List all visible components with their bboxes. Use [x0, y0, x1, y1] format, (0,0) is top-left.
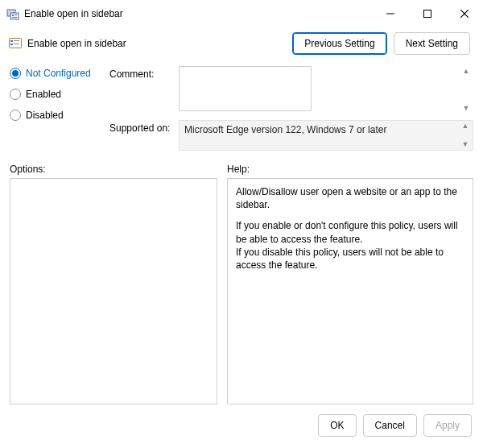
- scroll-arrows: ▲ ▼: [460, 122, 471, 148]
- help-text-line: If you disable this policy, users will n…: [236, 246, 464, 272]
- supported-label: Supported on:: [109, 120, 172, 151]
- apply-button[interactable]: Apply: [423, 414, 472, 437]
- radio-not-configured[interactable]: Not Configured: [10, 68, 100, 79]
- state-radio-group: Not Configured Enabled Disabled: [10, 66, 100, 151]
- options-panel: [10, 178, 217, 404]
- svg-rect-3: [14, 15, 17, 15]
- window-title: Enable open in sidebar: [24, 8, 372, 19]
- config-row: Not Configured Enabled Disabled Comment:…: [0, 63, 483, 152]
- nav-buttons: Previous Setting Next Setting: [292, 32, 470, 55]
- next-setting-button[interactable]: Next Setting: [394, 32, 470, 55]
- radio-label: Enabled: [26, 89, 61, 100]
- window-controls: [372, 0, 483, 27]
- right-column: Comment: ▲ ▼ Supported on: Microsoft Edg…: [109, 66, 473, 151]
- svg-rect-6: [424, 10, 431, 18]
- radio-disabled[interactable]: Disabled: [10, 110, 100, 121]
- svg-rect-10: [10, 40, 13, 42]
- close-button[interactable]: [446, 0, 483, 27]
- scroll-down-icon[interactable]: ▼: [460, 105, 472, 112]
- scroll-up-icon[interactable]: ▲: [460, 68, 472, 75]
- cancel-button[interactable]: Cancel: [363, 414, 417, 437]
- radio-label: Not Configured: [26, 68, 91, 79]
- supported-on-box: Microsoft Edge version 122, Windows 7 or…: [179, 120, 473, 151]
- radio-dot-icon: [10, 110, 21, 121]
- scroll-up-icon[interactable]: ▲: [460, 122, 471, 130]
- svg-rect-13: [14, 44, 19, 44]
- scroll-arrows: ▲ ▼: [460, 68, 472, 112]
- footer: OK Cancel Apply: [0, 404, 483, 448]
- comment-label: Comment:: [109, 66, 172, 114]
- previous-setting-button[interactable]: Previous Setting: [292, 32, 386, 55]
- subheader: Enable open in sidebar Previous Setting …: [0, 27, 483, 63]
- ok-button[interactable]: OK: [318, 414, 356, 437]
- help-text-line: Allow/Disallow user open a website or an…: [236, 185, 464, 211]
- svg-rect-2: [12, 15, 14, 16]
- scroll-down-icon[interactable]: ▼: [460, 141, 471, 148]
- titlebar: Enable open in sidebar: [0, 0, 483, 27]
- radio-label: Disabled: [26, 110, 64, 121]
- svg-rect-12: [10, 44, 13, 45]
- help-panel: Allow/Disallow user open a website or an…: [227, 178, 473, 404]
- policy-dialog: Enable open in sidebar Enable open in si…: [0, 0, 483, 448]
- svg-rect-4: [12, 17, 17, 18]
- panels-row: Allow/Disallow user open a website or an…: [0, 178, 483, 404]
- supported-on-text: Microsoft Edge version 122, Windows 7 or…: [184, 124, 386, 135]
- comment-field: Comment: ▲ ▼: [109, 66, 473, 114]
- panel-labels: Options: Help:: [0, 152, 483, 178]
- minimize-button[interactable]: [372, 0, 409, 27]
- policy-icon: [8, 36, 23, 51]
- radio-enabled[interactable]: Enabled: [10, 89, 100, 100]
- svg-rect-11: [14, 40, 19, 41]
- svg-rect-1: [10, 13, 19, 19]
- svg-rect-9: [10, 39, 22, 48]
- help-text-line: If you enable or don't configure this po…: [236, 219, 464, 245]
- help-label: Help:: [227, 164, 250, 175]
- options-label: Options:: [10, 164, 217, 175]
- policy-title-icon: [6, 7, 19, 20]
- policy-title: Enable open in sidebar: [27, 38, 292, 49]
- supported-field: Supported on: Microsoft Edge version 122…: [109, 120, 473, 151]
- radio-dot-icon: [10, 89, 21, 100]
- radio-dot-icon: [10, 68, 21, 79]
- comment-input[interactable]: [179, 66, 312, 111]
- maximize-button[interactable]: [409, 0, 446, 27]
